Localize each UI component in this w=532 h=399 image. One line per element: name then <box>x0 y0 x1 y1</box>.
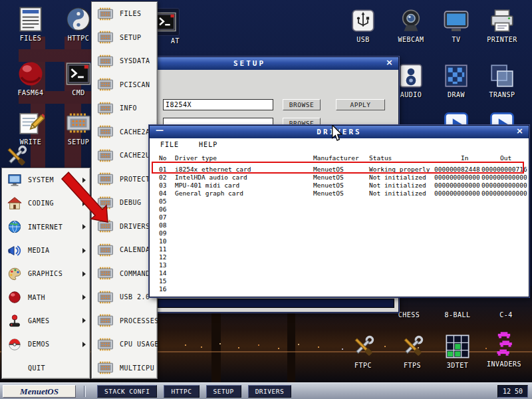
red-sphere-icon <box>17 60 45 88</box>
minimize-icon[interactable]: — <box>153 126 166 138</box>
driver-row-07[interactable]: 07 <box>159 213 529 221</box>
driver-cell: 02 <box>159 174 175 182</box>
start-menu-item-internet[interactable]: INTERNET <box>2 215 90 239</box>
desktop-icon-transp[interactable]: TRANSP <box>483 62 521 98</box>
chip-icon <box>96 196 114 210</box>
system-submenu-item-usb-2-0[interactable]: USB 2.0 <box>92 285 157 309</box>
driver-row-12[interactable]: 12 <box>159 253 529 261</box>
submenu-item-label: DEBUG <box>120 199 142 206</box>
taskbar-task-setup[interactable]: SETUP <box>206 385 241 398</box>
system-submenu-item-cache2a[interactable]: CACHE2A <box>92 120 157 144</box>
chip-icon <box>96 124 114 139</box>
driver-row-14[interactable]: 14 <box>159 269 529 277</box>
start-menu-item-coding[interactable]: CODING <box>2 192 90 215</box>
horn-icon <box>7 243 22 258</box>
driver-row-03[interactable]: 03MPU-401 midi cardMenuetOSNot initializ… <box>159 182 529 190</box>
desktop-icon-label: FTPC <box>344 362 382 369</box>
desktop-icon-3dtet[interactable]: 3DTET <box>439 332 476 369</box>
driver-row-16[interactable]: 16 <box>159 285 529 293</box>
desktop-icon-ftps[interactable]: FTPS <box>394 332 431 369</box>
desktop-icon-label: USB <box>344 36 382 43</box>
desktop-icon-label: WEBCAM <box>392 36 430 43</box>
desktop-icon-webcam[interactable]: WEBCAM <box>392 7 430 43</box>
desktop-icon-tv[interactable]: TV <box>438 7 475 43</box>
menu-help[interactable]: HELP <box>199 141 217 148</box>
driver-row-08[interactable]: 08 <box>159 221 529 229</box>
bridge-pylon <box>211 301 221 383</box>
apply-button[interactable]: APPLY <box>336 99 385 110</box>
menu-file[interactable]: FILE <box>160 141 179 148</box>
chip-icon <box>65 109 92 137</box>
system-submenu-item-cpu-usage[interactable]: CPU USAGE <box>92 332 157 356</box>
start-menu-item-math[interactable]: MATH <box>2 285 90 309</box>
desktop-icon-8ball-label[interactable]: 8-BALL <box>438 311 477 319</box>
start-menu-item-label: CODING <box>28 200 54 207</box>
start-menu-item-system[interactable]: SYSTEM <box>2 168 90 192</box>
start-menu-item-games[interactable]: GAMES <box>2 309 90 332</box>
system-submenu-item-drivers[interactable]: DRIVERS <box>92 215 157 239</box>
system-submenu-item-cache2u[interactable]: CACHE2U <box>92 144 157 168</box>
desktop-icon-c4-label[interactable]: C-4 <box>486 311 526 319</box>
crossed-tools-icon <box>398 332 426 360</box>
desktop-icon-tools[interactable] <box>0 142 32 170</box>
system-submenu-item-info[interactable]: INFO <box>92 96 157 120</box>
taskbar-task-httpc[interactable]: HTTPC <box>164 385 199 398</box>
submenu-item-label: SYSDATA <box>120 57 150 65</box>
desktop-icon-write[interactable]: WRITE <box>12 109 49 146</box>
close-icon[interactable]: × <box>383 57 396 70</box>
desktop-icon-usb[interactable]: USB <box>344 7 382 43</box>
desktop-icon-printer[interactable]: PRINTER <box>483 7 521 43</box>
bridge-pylon <box>287 306 295 383</box>
start-menu-item-label: INTERNET <box>28 223 63 231</box>
driver-row-05[interactable]: 05 <box>159 198 529 205</box>
start-menu-item-demos[interactable]: DEMOS <box>2 332 90 356</box>
start-menu-item-graphics[interactable]: GRAPHICS <box>2 262 90 285</box>
system-submenu-item-files[interactable]: FILES <box>92 2 157 26</box>
system-submenu-item-pciscan[interactable]: PCISCAN <box>92 73 157 97</box>
start-menu-item-media[interactable]: MEDIA <box>2 239 90 262</box>
taskbar-task-drivers[interactable]: DRIVERS <box>248 385 292 398</box>
pixel-grid-icon <box>442 62 470 90</box>
driver-row-11[interactable]: 11 <box>159 245 529 253</box>
system-submenu-panel: FILESSETUPSYSDATAPCISCANINFOCACHE2ACACHE… <box>91 1 158 379</box>
driver-cell: 03 <box>159 182 175 190</box>
desktop-icon-fasm64[interactable]: FASM64 <box>12 60 49 96</box>
system-submenu-item-command[interactable]: COMMAND <box>92 262 157 286</box>
driver-row-04[interactable]: 04General graph cardMenuetOSNot initiali… <box>159 190 529 198</box>
desktop-icon-label: INVADERS <box>481 360 527 368</box>
submenu-arrow-icon <box>82 201 86 206</box>
submenu-item-label: PROCESSES <box>120 317 159 325</box>
desktop-icon-label: FTPS <box>394 362 431 369</box>
browse-button[interactable]: BROWSE <box>283 99 321 110</box>
desktop-icon-invaders[interactable]: INVADERS <box>481 331 527 368</box>
desktop-icon-files[interactable]: FILES <box>12 5 49 42</box>
start-button[interactable]: MenuetOS <box>3 385 76 398</box>
system-submenu-item-calenda[interactable]: CALENDA <box>92 238 157 262</box>
driver-row-15[interactable]: 15 <box>159 277 529 285</box>
system-submenu-item-setup[interactable]: SETUP <box>92 26 157 50</box>
driver-name-field[interactable] <box>163 99 273 110</box>
system-submenu-item-sysdata[interactable]: SYSDATA <box>92 49 157 73</box>
annotation-highlight-box <box>152 162 524 174</box>
driver-cell: 14 <box>159 269 175 277</box>
start-menu-item-quit[interactable]: QUIT <box>2 356 90 379</box>
system-submenu-item-processes[interactable]: PROCESSES <box>92 309 157 333</box>
chip-icon <box>96 266 114 281</box>
driver-row-09[interactable]: 09 <box>159 229 529 237</box>
driver-cell: 04 <box>159 190 175 198</box>
taskbar-task-stack-confi[interactable]: STACK CONFI <box>97 385 157 398</box>
system-submenu-item-multicpu[interactable]: MULTICPU <box>92 356 157 380</box>
driver-row-02[interactable]: 02IntelHDA audio cardMenuetOSNot initial… <box>159 174 529 182</box>
driver-cell: IntelHDA audio card <box>175 174 313 182</box>
system-submenu-item-protect[interactable]: PROTECT <box>92 168 157 192</box>
desktop-icon-ftpc[interactable]: FTPC <box>344 332 382 369</box>
close-icon[interactable]: × <box>513 126 526 138</box>
submenu-item-label: INFO <box>120 104 137 112</box>
driver-row-06[interactable]: 06 <box>159 205 529 213</box>
submenu-item-label: CACHE2A <box>120 128 150 136</box>
driver-row-10[interactable]: 10 <box>159 237 529 245</box>
speaker-icon <box>397 62 425 90</box>
system-submenu-item-debug[interactable]: DEBUG <box>92 191 157 215</box>
driver-row-13[interactable]: 13 <box>159 261 529 269</box>
desktop-icon-draw[interactable]: DRAW <box>438 62 475 98</box>
